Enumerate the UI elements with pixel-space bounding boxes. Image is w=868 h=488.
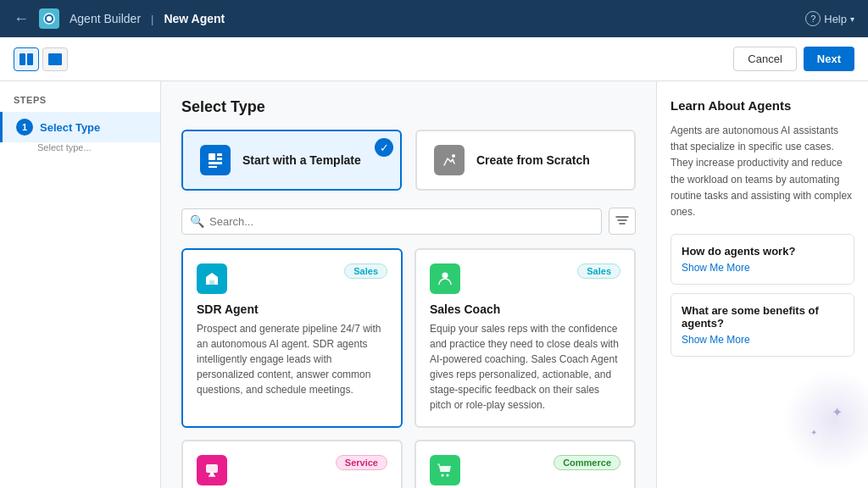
- next-button[interactable]: Next: [804, 47, 854, 71]
- search-input[interactable]: [181, 208, 602, 235]
- selected-checkmark: ✓: [375, 138, 393, 157]
- agent-card-header-service: Service: [197, 455, 387, 485]
- view-toggle-group: [14, 47, 68, 71]
- faq-question-0: How do agents work?: [682, 245, 843, 258]
- right-panel-title: Learn About Agents: [670, 98, 854, 113]
- right-panel-description: Agents are autonomous AI assistants that…: [670, 123, 854, 220]
- sidebar: Steps 1 Select Type Select type...: [0, 81, 161, 488]
- back-button[interactable]: ←: [14, 10, 29, 28]
- agent-card-grid: Sales SDR Agent Prospect and generate pi…: [181, 248, 636, 488]
- svg-rect-6: [217, 153, 222, 156]
- commerce-icon: [430, 455, 460, 485]
- scratch-label: Create from Scratch: [476, 153, 590, 167]
- agent-card-header-sdr: Sales: [197, 263, 387, 294]
- agent-card-header-merchandiser: Commerce: [430, 455, 620, 485]
- svg-rect-4: [48, 53, 62, 65]
- coach-icon: [430, 263, 460, 294]
- svg-rect-14: [209, 280, 214, 285]
- svg-rect-16: [206, 464, 218, 473]
- search-row: 🔍: [181, 208, 636, 235]
- content-title: Select Type: [181, 98, 636, 116]
- toolbar: Cancel Next: [0, 37, 868, 81]
- faq-link-0[interactable]: Show Me More: [682, 262, 750, 274]
- help-icon: ?: [805, 11, 821, 26]
- svg-point-18: [442, 474, 444, 477]
- faq-card-1: What are some benefits of agents? Show M…: [670, 293, 854, 357]
- svg-rect-8: [209, 162, 222, 164]
- help-button[interactable]: ? Help ▾: [805, 11, 854, 26]
- filter-icon: [615, 215, 629, 227]
- svg-point-19: [447, 474, 449, 477]
- commerce-badge: Commerce: [554, 455, 620, 470]
- step-sublabel: Select type...: [0, 142, 160, 159]
- decorative-plus-1: ✦: [832, 404, 843, 420]
- sdr-icon: [197, 263, 227, 294]
- sdr-desc: Prospect and generate pipeline 24/7 with…: [197, 321, 387, 397]
- app-logo: [39, 8, 59, 29]
- svg-rect-3: [27, 53, 33, 65]
- svg-rect-2: [19, 53, 25, 65]
- coach-name: Sales Coach: [430, 302, 620, 316]
- scratch-icon: [434, 145, 465, 175]
- template-icon: [200, 145, 231, 175]
- faq-card-0: How do agents work? Show Me More: [670, 234, 854, 285]
- agent-card-header-coach: Sales: [430, 263, 620, 294]
- service-icon: [197, 455, 227, 485]
- search-input-wrap: 🔍: [181, 208, 602, 235]
- faq-link-1[interactable]: Show Me More: [682, 334, 750, 346]
- main-content: Select Type Start with a Template ✓: [161, 81, 656, 488]
- type-selection-cards: Start with a Template ✓ Create from Scra…: [181, 130, 636, 191]
- sdr-name: SDR Agent: [197, 302, 387, 316]
- faq-question-1: What are some benefits of agents?: [682, 304, 843, 330]
- toggle-single-view[interactable]: [42, 47, 68, 71]
- action-buttons: Cancel Next: [733, 47, 854, 71]
- chevron-down-icon: ▾: [850, 14, 854, 24]
- step-number: 1: [16, 119, 33, 136]
- decorative-plus-2: ✦: [810, 428, 817, 437]
- svg-rect-7: [217, 158, 222, 160]
- page-title: New Agent: [164, 12, 225, 25]
- right-panel: Learn About Agents Agents are autonomous…: [656, 81, 868, 488]
- agent-card-sdr[interactable]: Sales SDR Agent Prospect and generate pi…: [181, 248, 403, 428]
- main-layout: Steps 1 Select Type Select type... Selec…: [0, 81, 868, 488]
- svg-point-1: [47, 16, 52, 21]
- toggle-split-view[interactable]: [14, 47, 39, 71]
- svg-rect-9: [209, 166, 217, 168]
- coach-desc: Equip your sales reps with the confidenc…: [430, 321, 620, 413]
- coach-badge: Sales: [577, 263, 620, 279]
- agent-card-coach[interactable]: Sales Sales Coach Equip your sales reps …: [415, 248, 636, 428]
- agent-card-service[interactable]: Service Service Agent Deliver personaliz…: [181, 440, 403, 488]
- type-card-template[interactable]: Start with a Template ✓: [181, 130, 402, 191]
- svg-rect-5: [209, 153, 215, 160]
- cancel-button[interactable]: Cancel: [733, 47, 796, 71]
- svg-point-10: [452, 154, 455, 158]
- sdr-badge: Sales: [344, 263, 387, 279]
- step-label: Select Type: [40, 121, 100, 134]
- steps-label: Steps: [0, 95, 160, 112]
- service-badge: Service: [336, 455, 387, 470]
- filter-button[interactable]: [609, 208, 636, 235]
- app-name: Agent Builder: [70, 12, 141, 25]
- nav-separator: |: [151, 13, 153, 25]
- type-card-scratch[interactable]: Create from Scratch: [415, 130, 636, 191]
- svg-point-15: [442, 273, 448, 279]
- sidebar-item-select-type[interactable]: 1 Select Type: [0, 112, 160, 142]
- top-navigation: ← Agent Builder | New Agent ? Help ▾: [0, 0, 868, 37]
- agent-card-merchandiser[interactable]: Commerce Merchandiser Optimize product p…: [415, 440, 636, 488]
- decorative-circle: [783, 369, 868, 471]
- search-icon: 🔍: [190, 214, 204, 228]
- template-label: Start with a Template: [242, 153, 361, 167]
